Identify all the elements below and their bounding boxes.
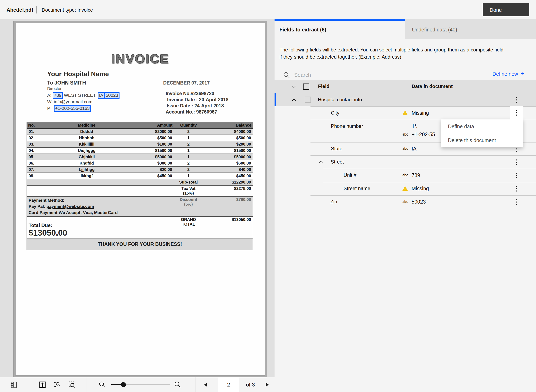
toolbar-divider xyxy=(86,377,86,392)
zoom-slider[interactable] xyxy=(111,384,170,385)
next-page-button[interactable] xyxy=(261,377,274,392)
discount-label: Discount xyxy=(175,197,202,202)
paypal-line: Pay Pal: payment@website.com xyxy=(28,203,172,210)
overflow-menu-icon[interactable] xyxy=(511,158,521,166)
tab-undefined-data[interactable]: Undefined data (40) xyxy=(405,19,536,39)
search-input[interactable] xyxy=(294,71,437,79)
search-icon xyxy=(283,72,290,79)
field-row-zip[interactable]: Zip abc 50023 xyxy=(275,195,536,208)
toolbar-divider xyxy=(28,377,28,392)
discount-pct: (5%) xyxy=(175,202,202,207)
page-number-input[interactable]: 2 xyxy=(218,377,240,392)
chevron-up-icon[interactable] xyxy=(291,98,297,102)
invoice-role: Director xyxy=(47,86,61,91)
invoice-number: Invoice No.#23698720 xyxy=(166,91,214,96)
thanks-row: THANK YOU FOR YOUR BUSINESS! xyxy=(27,238,253,250)
col-no: No. xyxy=(27,122,45,128)
invoice-phone-line: P : +1-202-555-0163 xyxy=(47,105,91,112)
previous-page-button[interactable] xyxy=(199,377,212,392)
field-row-street-name[interactable]: Street name Missing xyxy=(275,182,536,195)
row-checkbox[interactable] xyxy=(305,97,311,103)
invoice-website: W: info@yourmail.com xyxy=(47,99,92,105)
overflow-menu-icon-open[interactable] xyxy=(510,106,523,119)
overflow-menu-icon[interactable] xyxy=(511,171,521,180)
subtotal-label: Sub-Total xyxy=(174,179,203,185)
viewer-toolbar: 2 of 3 xyxy=(0,377,275,392)
document-type-label: Document type: Invoice xyxy=(42,7,93,13)
column-field: Field xyxy=(318,84,329,89)
plus-icon: + xyxy=(521,70,525,77)
col-medicine: Medicine xyxy=(45,122,129,128)
fields-table-header: Field Data in document xyxy=(275,80,536,93)
overflow-menu-icon[interactable] xyxy=(511,198,521,206)
invoice-recipient: To JOHN SMITH xyxy=(47,80,86,86)
toolbar-divider xyxy=(195,377,196,392)
thumbnail-panel-button[interactable] xyxy=(8,377,21,392)
zoom-to-height-button[interactable] xyxy=(50,377,63,392)
chevron-up-icon[interactable] xyxy=(318,160,324,164)
invoice-hospital-name: Your Hospital Name xyxy=(47,70,109,78)
column-data-in-document: Data in document xyxy=(412,84,453,89)
total-due-value: $13050.00 xyxy=(28,228,172,238)
fields-panel: Fields to extract (6) Undefined data (40… xyxy=(275,19,536,392)
subtotal-value: $12290.00 xyxy=(203,179,253,185)
menu-item-delete-document[interactable]: Delete this document xyxy=(441,133,523,147)
thanks-message: THANK YOU FOR YOUR BUSINESS! xyxy=(27,238,253,250)
document-page: INVOICE Your Hospital Name To JOHN SMITH… xyxy=(13,21,267,377)
file-name: Abcdef.pdf xyxy=(7,7,33,13)
field-row-city[interactable]: City Missing xyxy=(275,106,536,120)
zoom-in-button[interactable] xyxy=(171,377,184,392)
grand-total-value: $13050.00 xyxy=(203,216,253,238)
field-row-unit[interactable]: Unit # abc 789 xyxy=(275,169,536,182)
zoom-out-button[interactable] xyxy=(96,377,109,392)
phone-value-line1: P: xyxy=(413,123,418,129)
invoice-title: INVOICE xyxy=(15,51,265,66)
zoom-slider-thumb[interactable] xyxy=(121,382,126,387)
done-button[interactable]: Done xyxy=(483,3,529,16)
table-row: 06.Khgfdd$300.002$600.00 xyxy=(27,160,253,166)
field-row-hospital-contact-info[interactable]: Hospital contact info xyxy=(275,93,536,106)
col-quantity: Quantity xyxy=(174,122,203,128)
payment-method-label: Payment Method: xyxy=(28,197,172,203)
col-amount: Amount xyxy=(128,122,174,128)
highlight-unit[interactable]: 789 xyxy=(53,92,63,99)
string-type-icon: abc xyxy=(402,200,408,204)
overflow-menu-icon[interactable] xyxy=(511,184,521,193)
col-balance: Balance xyxy=(203,122,253,128)
zoom-out-icon xyxy=(99,381,106,388)
grand-total-label: GRAND xyxy=(175,217,202,222)
select-all-checkbox[interactable] xyxy=(303,84,309,90)
field-row-street[interactable]: Street xyxy=(275,155,536,169)
warning-icon xyxy=(402,110,408,115)
menu-item-define-data[interactable]: Define data xyxy=(441,119,523,133)
payment-email: payment@website.com xyxy=(47,204,94,209)
highlight-zip[interactable]: 50023 xyxy=(104,92,119,99)
chevron-down-icon[interactable] xyxy=(291,85,297,89)
marquee-zoom-button[interactable] xyxy=(65,377,78,392)
tab-fields-to-extract[interactable]: Fields to extract (6) xyxy=(275,19,405,39)
table-row: 05.Ghjhkkll$5000.001$5000.00 xyxy=(27,154,253,160)
string-type-icon: abc xyxy=(402,147,408,151)
define-new-button[interactable]: Define new+ xyxy=(493,70,525,77)
fit-to-height-button[interactable] xyxy=(36,377,49,392)
table-row: 07.Ljjjhhgg$20.002$40.00 xyxy=(27,166,253,173)
highlight-state[interactable]: IA xyxy=(98,92,105,99)
invoice-items-table: No. Medicine Amount Quantity Balance 01.… xyxy=(27,122,253,250)
unit-value: 789 xyxy=(412,172,420,178)
overflow-menu-icon[interactable] xyxy=(511,96,521,104)
overflow-menu: Define data Delete this document xyxy=(441,119,523,147)
invoice-date: Invoice Date : 20-April-2018 xyxy=(167,97,228,103)
missing-status: Missing xyxy=(412,186,429,191)
phone-value-line2: +1-202-55 xyxy=(412,131,435,137)
table-row: 08.Ikkhgf$450.001$450.00 xyxy=(27,173,253,179)
total-due-label: Total Due: xyxy=(28,217,172,228)
state-value: IA xyxy=(412,146,417,152)
missing-status: Missing xyxy=(412,110,429,116)
highlight-phone[interactable]: +1-202-555-0163 xyxy=(54,105,91,112)
panel-description: The following fields will be extracted. … xyxy=(279,46,506,61)
title-divider xyxy=(36,6,37,14)
warning-icon xyxy=(402,186,408,191)
tax-value: $2278.00 xyxy=(203,185,253,196)
invoice-address-line: A: 789 WEST STREET, IA50023 xyxy=(47,92,119,99)
previous-page-icon xyxy=(204,383,207,387)
